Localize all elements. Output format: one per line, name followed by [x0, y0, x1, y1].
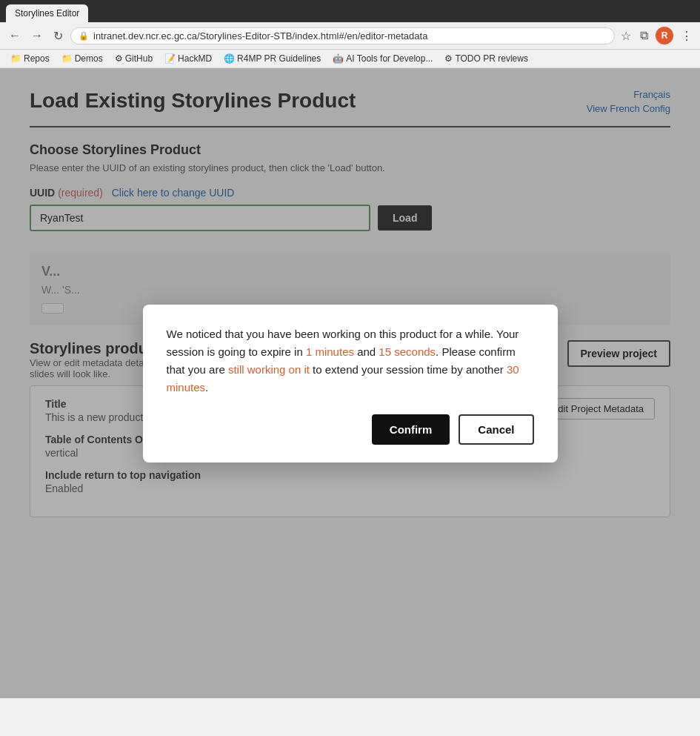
browser-chrome: Storylines Editor: [0, 0, 700, 22]
active-tab[interactable]: Storylines Editor: [6, 4, 88, 22]
folder-icon: 📁: [10, 53, 21, 64]
confirm-button[interactable]: Confirm: [372, 414, 450, 445]
github-icon: ⚙: [115, 53, 123, 64]
modal-highlight-working: still working on it: [228, 363, 310, 376]
bookmark-label: HackMD: [178, 53, 212, 64]
hackmd-icon: 📝: [164, 53, 176, 64]
reload-button[interactable]: ↻: [50, 27, 66, 44]
modal-actions: Confirm Cancel: [167, 414, 534, 445]
browser-toolbar: ← → ↻ 🔒 intranet.dev.ncr.ec.gc.ca/Storyl…: [0, 22, 700, 50]
modal-text-5: .: [205, 381, 208, 394]
address-bar[interactable]: 🔒 intranet.dev.ncr.ec.gc.ca/Storylines-E…: [70, 27, 615, 44]
folder-icon: 📁: [61, 53, 73, 64]
bookmark-label: Demos: [75, 53, 103, 64]
address-text: intranet.dev.ncr.ec.gc.ca/Storylines-Edi…: [93, 30, 607, 42]
modal-text-2: and: [354, 345, 379, 358]
bookmark-icon[interactable]: ☆: [619, 27, 633, 44]
bookmark-ai-tools[interactable]: 🤖 AI Tools for Develop...: [328, 52, 437, 65]
page-content: Load Existing Storylines Product Françai…: [0, 68, 700, 698]
bookmark-r4mp[interactable]: 🌐 R4MP PR Guidelines: [219, 52, 325, 65]
bookmark-repos[interactable]: 📁 Repos: [6, 52, 54, 65]
modal-dialog: We noticed that you have been working on…: [143, 305, 558, 463]
extensions-icon[interactable]: ⧉: [639, 27, 650, 44]
bookmark-label: Repos: [24, 53, 50, 64]
bookmark-label: AI Tools for Develop...: [346, 53, 433, 64]
bookmark-label: GitHub: [125, 53, 153, 64]
modal-highlight-seconds: 15 seconds: [379, 345, 436, 358]
bookmark-hackmd[interactable]: 📝 HackMD: [160, 52, 216, 65]
modal-overlay: We noticed that you have been working on…: [0, 68, 700, 698]
menu-icon[interactable]: ⋮: [679, 27, 694, 44]
globe-icon: 🌐: [224, 53, 235, 64]
bookmark-github[interactable]: ⚙ GitHub: [110, 52, 157, 65]
back-button[interactable]: ←: [6, 27, 24, 44]
forward-button[interactable]: →: [28, 27, 46, 44]
modal-highlight-minutes: 1 minutes: [306, 345, 354, 358]
modal-message: We noticed that you have been working on…: [167, 325, 534, 397]
bookmark-label: R4MP PR Guidelines: [237, 53, 321, 64]
toolbar-actions: ☆ ⧉ R ⋮: [619, 27, 694, 44]
modal-text-4: to extend your session time by another: [310, 363, 507, 376]
bookmark-todo-pr[interactable]: ⚙ TODO PR reviews: [440, 52, 532, 65]
tab-bar: Storylines Editor: [6, 4, 694, 22]
gear-icon: ⚙: [444, 53, 453, 64]
profile-avatar[interactable]: R: [656, 27, 673, 44]
bookmark-demos[interactable]: 📁 Demos: [57, 52, 107, 65]
bookmarks-bar: 📁 Repos 📁 Demos ⚙ GitHub 📝 HackMD 🌐 R4MP…: [0, 50, 700, 68]
cancel-button[interactable]: Cancel: [459, 414, 533, 445]
bookmark-label: TODO PR reviews: [455, 53, 527, 64]
robot-icon: 🤖: [333, 53, 344, 64]
security-icon: 🔒: [79, 31, 89, 41]
